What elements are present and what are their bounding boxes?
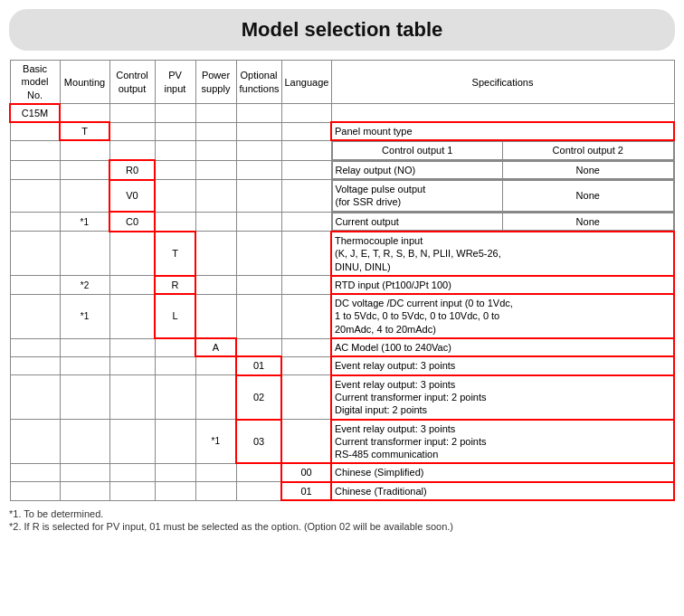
table-row: *1 C0 Current output None [10, 212, 674, 232]
mounting-T: T [60, 122, 109, 140]
note-2: *2. If R is selected for PV input, 01 mu… [9, 521, 675, 532]
table-row: A AC Model (100 to 240Vac) [10, 338, 674, 356]
power-A: A [195, 338, 236, 356]
note-1: *1. To be determined. [9, 508, 675, 519]
pv-L: L [155, 294, 195, 338]
table-row: T Panel mount type [10, 122, 674, 140]
title-box: Model selection table [9, 9, 675, 51]
table-row: *1 03 Event relay output: 3 pointsCurren… [10, 420, 674, 464]
spec-subheader-control1: Control output 1 [332, 142, 503, 159]
basic-model-c15m: C15M [10, 104, 60, 122]
header-optional-functions: Optionalfunctions [236, 61, 281, 104]
table-row-subheader: Control output 1 Control output 2 [10, 140, 674, 160]
header-mounting: Mounting [60, 61, 109, 104]
table-row: R0 Relay output (NO) None [10, 160, 674, 179]
table-row: V0 Voltage pulse output(for SSR drive) N… [10, 180, 674, 213]
page-title: Model selection table [27, 18, 657, 42]
notes-section: *1. To be determined. *2. If R is select… [9, 508, 675, 532]
table-row: 02 Event relay output: 3 pointsCurrent t… [10, 375, 674, 420]
header-basic-model: Basicmodel No. [10, 61, 60, 104]
header-specifications: Specifications [331, 61, 674, 104]
header-power-supply: Powersupply [195, 61, 236, 104]
model-selection-table: Basicmodel No. Mounting Controloutput PV… [9, 60, 675, 501]
pv-R: R [155, 276, 195, 294]
table-row: C15M [10, 104, 674, 122]
spec-subheader-control2: Control output 2 [503, 142, 674, 159]
language-01: 01 [281, 482, 331, 500]
optional-03: 03 [236, 420, 281, 464]
pv-T: T [155, 232, 195, 276]
header-control-output: Controloutput [109, 61, 155, 104]
optional-02: 02 [236, 375, 281, 420]
header-language: Language [281, 61, 331, 104]
table-row: T Thermocouple input(K, J, E, T, R, S, B… [10, 232, 674, 276]
table-row: 01 Event relay output: 3 points [10, 356, 674, 374]
control-R0: R0 [109, 160, 155, 179]
table-row: *2 R RTD input (Pt100/JPt 100) [10, 276, 674, 294]
optional-01: 01 [236, 356, 281, 374]
table-row: 01 Chinese (Traditional) [10, 482, 674, 500]
header-pv-input: PVinput [155, 61, 195, 104]
control-V0: V0 [109, 180, 155, 213]
control-C0: C0 [109, 212, 155, 232]
table-row: 00 Chinese (Simplified) [10, 463, 674, 481]
language-00: 00 [281, 463, 331, 481]
table-row: *1 L DC voltage /DC current input (0 to … [10, 294, 674, 338]
table-header: Basicmodel No. Mounting Controloutput PV… [10, 61, 674, 104]
